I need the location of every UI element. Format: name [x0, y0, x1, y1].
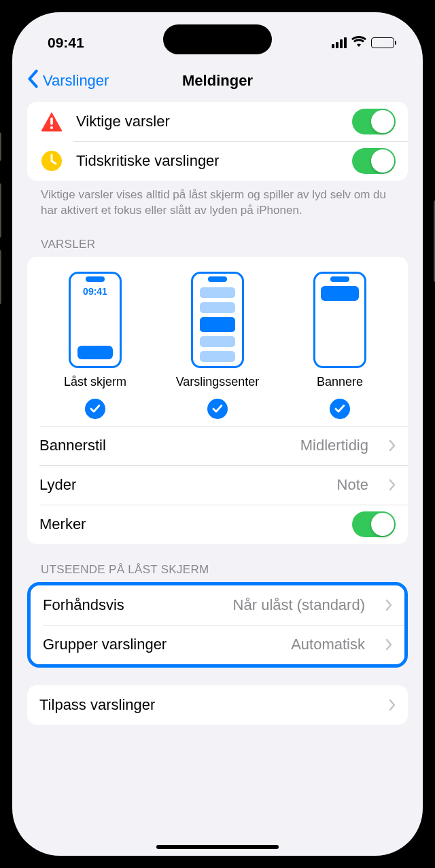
time-sensitive-toggle[interactable] — [352, 148, 396, 174]
back-button-label: Varslinger — [43, 72, 109, 90]
svg-point-1 — [50, 126, 53, 129]
page-title: Meldinger — [182, 72, 253, 90]
chevron-right-icon — [385, 599, 392, 611]
lock-screen-preview-icon: 09:41 — [69, 272, 122, 368]
sounds-value: Note — [337, 476, 368, 494]
iphone-device-frame: 09:41 Varslinger Meldinger — [0, 0, 435, 868]
alerts-section-header: VARSLER — [27, 219, 408, 257]
wifi-icon — [351, 35, 366, 51]
alert-style-notification-center[interactable]: Varslingssenter — [157, 272, 278, 419]
banners-label: Bannere — [317, 375, 363, 389]
warning-triangle-icon — [39, 111, 64, 132]
banner-style-label: Bannerstil — [39, 437, 288, 454]
customize-notifications-row[interactable]: Tilpass varslinger — [27, 685, 408, 725]
sounds-label: Lyder — [39, 476, 325, 494]
highlight-callout: Forhåndsvis Når ulåst (standard) Grupper… — [27, 582, 408, 668]
time-sensitive-label: Tidskritiske varslinger — [76, 152, 340, 170]
dynamic-island — [163, 24, 272, 54]
banner-style-value: Midlertidig — [300, 437, 368, 454]
chevron-right-icon — [389, 439, 396, 452]
banners-preview-icon — [313, 272, 366, 368]
chevron-right-icon — [389, 699, 396, 711]
important-alerts-toggle[interactable] — [352, 109, 396, 134]
clock-icon — [39, 150, 64, 172]
important-alerts-label: Viktige varsler — [76, 113, 340, 130]
lock-screen-checkmark-icon — [85, 399, 105, 419]
battery-icon — [371, 37, 394, 48]
critical-alerts-group: Viktige varsler Tidskritiske varslinger — [27, 102, 408, 181]
cellular-signal-icon — [332, 37, 347, 48]
lock-screen-label: Låst skjerm — [64, 375, 126, 389]
lockscreen-appearance-group: Forhåndsvis Når ulåst (standard) Grupper… — [31, 585, 404, 664]
grouping-row[interactable]: Grupper varslinger Automatisk — [31, 625, 404, 664]
alert-style-lock-screen[interactable]: 09:41 Låst skjerm — [35, 272, 156, 419]
notification-center-label: Varslingssenter — [176, 375, 260, 389]
badges-label: Merker — [39, 516, 340, 533]
sounds-row[interactable]: Lyder Note — [27, 465, 408, 505]
customize-group: Tilpass varslinger — [27, 685, 408, 725]
banners-checkmark-icon — [330, 399, 350, 419]
badges-toggle[interactable] — [352, 511, 396, 537]
chevron-right-icon — [389, 479, 396, 491]
back-button[interactable]: Varslinger — [27, 69, 109, 92]
badges-row: Merker — [27, 505, 408, 544]
important-alerts-row: Viktige varsler — [27, 102, 408, 141]
svg-rect-0 — [50, 117, 53, 125]
screen: 09:41 Varslinger Meldinger — [12, 12, 423, 856]
chevron-right-icon — [385, 638, 392, 651]
lockscreen-section-header: UTSEENDE PÅ LÅST SKJERM — [27, 544, 408, 582]
critical-alerts-footer: Viktige varsler vises alltid på låst skj… — [27, 181, 408, 219]
chevron-left-icon — [27, 69, 39, 92]
status-time: 09:41 — [48, 35, 84, 51]
alerts-group: 09:41 Låst skjerm Varslingsse — [27, 257, 408, 544]
nav-bar: Varslinger Meldinger — [12, 60, 423, 102]
grouping-value: Automatisk — [291, 636, 365, 653]
banner-style-row[interactable]: Bannerstil Midlertidig — [27, 426, 408, 465]
notification-center-preview-icon — [191, 272, 244, 368]
alert-style-banners[interactable]: Bannere — [279, 272, 400, 419]
grouping-label: Grupper varslinger — [43, 636, 279, 653]
content-scroll[interactable]: Viktige varsler Tidskritiske varslinger … — [12, 102, 423, 856]
preview-value: Når ulåst (standard) — [233, 596, 365, 614]
alert-style-picker: 09:41 Låst skjerm Varslingsse — [27, 257, 408, 426]
preview-row[interactable]: Forhåndsvis Når ulåst (standard) — [31, 585, 404, 625]
preview-label: Forhåndsvis — [43, 596, 221, 614]
time-sensitive-row: Tidskritiske varslinger — [27, 141, 408, 181]
notification-center-checkmark-icon — [207, 399, 228, 419]
customize-notifications-label: Tilpass varslinger — [39, 696, 368, 714]
home-indicator[interactable] — [156, 845, 279, 849]
